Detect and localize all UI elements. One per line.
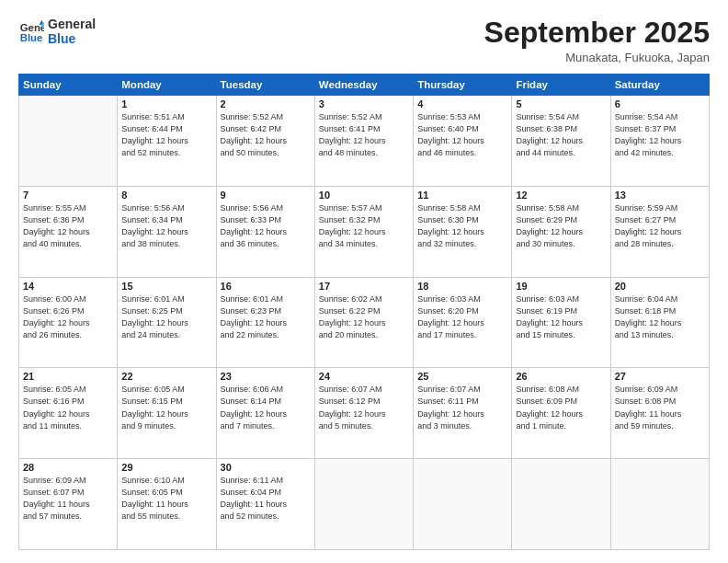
- calendar-cell: 12Sunrise: 5:58 AM Sunset: 6:29 PM Dayli…: [512, 186, 610, 277]
- day-info: Sunrise: 6:11 AM Sunset: 6:04 PM Dayligh…: [221, 475, 311, 523]
- day-number: 1: [121, 98, 211, 109]
- day-number: 30: [221, 462, 311, 473]
- calendar-cell: 29Sunrise: 6:10 AM Sunset: 6:05 PM Dayli…: [118, 459, 216, 550]
- calendar-cell: 18Sunrise: 6:03 AM Sunset: 6:20 PM Dayli…: [414, 277, 512, 368]
- day-info: Sunrise: 5:58 AM Sunset: 6:30 PM Dayligh…: [417, 202, 507, 250]
- day-number: 2: [221, 98, 311, 109]
- calendar-cell: 2Sunrise: 5:52 AM Sunset: 6:42 PM Daylig…: [216, 96, 314, 187]
- day-info: Sunrise: 5:52 AM Sunset: 6:41 PM Dayligh…: [319, 111, 409, 159]
- calendar-cell: [314, 459, 413, 550]
- day-info: Sunrise: 6:09 AM Sunset: 6:07 PM Dayligh…: [23, 475, 113, 523]
- day-number: 26: [516, 371, 606, 382]
- day-number: 24: [319, 371, 409, 382]
- day-number: 10: [319, 190, 409, 201]
- day-info: Sunrise: 6:06 AM Sunset: 6:14 PM Dayligh…: [221, 384, 311, 431]
- col-header-sunday: Sunday: [19, 75, 118, 96]
- day-number: 29: [121, 462, 211, 473]
- calendar-cell: 24Sunrise: 6:07 AM Sunset: 6:12 PM Dayli…: [314, 368, 413, 459]
- day-number: 11: [417, 190, 507, 201]
- day-info: Sunrise: 6:01 AM Sunset: 6:25 PM Dayligh…: [121, 293, 211, 341]
- day-number: 19: [516, 281, 606, 292]
- calendar-cell: 1Sunrise: 5:51 AM Sunset: 6:44 PM Daylig…: [118, 96, 216, 187]
- day-number: 14: [23, 281, 113, 292]
- day-info: Sunrise: 5:52 AM Sunset: 6:42 PM Dayligh…: [221, 111, 311, 159]
- calendar-cell: 4Sunrise: 5:53 AM Sunset: 6:40 PM Daylig…: [414, 96, 512, 187]
- calendar-week-row: 28Sunrise: 6:09 AM Sunset: 6:07 PM Dayli…: [19, 459, 710, 550]
- day-number: 22: [121, 371, 211, 382]
- calendar-week-row: 14Sunrise: 6:00 AM Sunset: 6:26 PM Dayli…: [19, 277, 710, 368]
- logo-general: General: [48, 17, 96, 31]
- logo: General Blue General Blue: [18, 17, 96, 46]
- calendar-cell: 27Sunrise: 6:09 AM Sunset: 6:08 PM Dayli…: [610, 368, 709, 459]
- calendar-cell: 26Sunrise: 6:08 AM Sunset: 6:09 PM Dayli…: [512, 368, 610, 459]
- calendar-cell: 10Sunrise: 5:57 AM Sunset: 6:32 PM Dayli…: [314, 186, 413, 277]
- calendar-cell: 14Sunrise: 6:00 AM Sunset: 6:26 PM Dayli…: [19, 277, 118, 368]
- day-info: Sunrise: 6:09 AM Sunset: 6:08 PM Dayligh…: [615, 384, 705, 431]
- col-header-saturday: Saturday: [610, 75, 709, 96]
- day-info: Sunrise: 6:03 AM Sunset: 6:19 PM Dayligh…: [516, 293, 606, 341]
- calendar-cell: 8Sunrise: 5:56 AM Sunset: 6:34 PM Daylig…: [118, 186, 216, 277]
- page: General Blue General Blue September 2025…: [0, 0, 728, 563]
- calendar-cell: 28Sunrise: 6:09 AM Sunset: 6:07 PM Dayli…: [19, 459, 118, 550]
- calendar-cell: 25Sunrise: 6:07 AM Sunset: 6:11 PM Dayli…: [414, 368, 512, 459]
- day-info: Sunrise: 5:56 AM Sunset: 6:33 PM Dayligh…: [221, 202, 311, 250]
- calendar-week-row: 7Sunrise: 5:55 AM Sunset: 6:36 PM Daylig…: [19, 186, 710, 277]
- calendar-cell: 6Sunrise: 5:54 AM Sunset: 6:37 PM Daylig…: [610, 96, 709, 187]
- logo-icon: General Blue: [18, 18, 44, 44]
- day-number: 25: [417, 371, 507, 382]
- day-info: Sunrise: 5:58 AM Sunset: 6:29 PM Dayligh…: [516, 202, 606, 250]
- day-number: 17: [319, 281, 409, 292]
- day-number: 28: [23, 462, 113, 473]
- day-info: Sunrise: 5:56 AM Sunset: 6:34 PM Dayligh…: [121, 202, 211, 250]
- calendar-cell: 17Sunrise: 6:02 AM Sunset: 6:22 PM Dayli…: [314, 277, 413, 368]
- day-info: Sunrise: 6:05 AM Sunset: 6:15 PM Dayligh…: [121, 384, 211, 431]
- day-info: Sunrise: 6:07 AM Sunset: 6:11 PM Dayligh…: [417, 384, 507, 431]
- col-header-tuesday: Tuesday: [216, 75, 314, 96]
- calendar-cell: 19Sunrise: 6:03 AM Sunset: 6:19 PM Dayli…: [512, 277, 610, 368]
- day-number: 9: [221, 190, 311, 201]
- calendar-cell: [19, 96, 118, 187]
- calendar-cell: 5Sunrise: 5:54 AM Sunset: 6:38 PM Daylig…: [512, 96, 610, 187]
- day-info: Sunrise: 6:03 AM Sunset: 6:20 PM Dayligh…: [417, 293, 507, 341]
- day-info: Sunrise: 6:02 AM Sunset: 6:22 PM Dayligh…: [319, 293, 409, 341]
- day-number: 16: [221, 281, 311, 292]
- location: Munakata, Fukuoka, Japan: [484, 51, 710, 64]
- calendar-cell: [512, 459, 610, 550]
- day-info: Sunrise: 5:57 AM Sunset: 6:32 PM Dayligh…: [319, 202, 409, 250]
- calendar-cell: 9Sunrise: 5:56 AM Sunset: 6:33 PM Daylig…: [216, 186, 314, 277]
- calendar-cell: 7Sunrise: 5:55 AM Sunset: 6:36 PM Daylig…: [19, 186, 118, 277]
- col-header-wednesday: Wednesday: [314, 75, 413, 96]
- calendar-cell: 15Sunrise: 6:01 AM Sunset: 6:25 PM Dayli…: [118, 277, 216, 368]
- day-number: 4: [417, 98, 507, 109]
- day-number: 20: [615, 281, 705, 292]
- day-info: Sunrise: 5:59 AM Sunset: 6:27 PM Dayligh…: [615, 202, 705, 250]
- calendar-cell: [610, 459, 709, 550]
- day-info: Sunrise: 5:54 AM Sunset: 6:37 PM Dayligh…: [615, 111, 705, 159]
- calendar-cell: [414, 459, 512, 550]
- calendar-cell: 13Sunrise: 5:59 AM Sunset: 6:27 PM Dayli…: [610, 186, 709, 277]
- day-number: 7: [23, 190, 113, 201]
- month-title: September 2025: [484, 17, 710, 49]
- day-number: 27: [615, 371, 705, 382]
- calendar-cell: 20Sunrise: 6:04 AM Sunset: 6:18 PM Dayli…: [610, 277, 709, 368]
- calendar-cell: 22Sunrise: 6:05 AM Sunset: 6:15 PM Dayli…: [118, 368, 216, 459]
- day-number: 21: [23, 371, 113, 382]
- day-info: Sunrise: 6:04 AM Sunset: 6:18 PM Dayligh…: [615, 293, 705, 341]
- day-info: Sunrise: 6:01 AM Sunset: 6:23 PM Dayligh…: [221, 293, 311, 341]
- day-number: 18: [417, 281, 507, 292]
- day-number: 8: [121, 190, 211, 201]
- day-info: Sunrise: 6:00 AM Sunset: 6:26 PM Dayligh…: [23, 293, 113, 341]
- day-info: Sunrise: 5:53 AM Sunset: 6:40 PM Dayligh…: [417, 111, 507, 159]
- logo-blue: Blue: [48, 31, 96, 46]
- calendar-cell: 30Sunrise: 6:11 AM Sunset: 6:04 PM Dayli…: [216, 459, 314, 550]
- col-header-monday: Monday: [118, 75, 216, 96]
- col-header-friday: Friday: [512, 75, 610, 96]
- day-number: 12: [516, 190, 606, 201]
- calendar-cell: 11Sunrise: 5:58 AM Sunset: 6:30 PM Dayli…: [414, 186, 512, 277]
- day-info: Sunrise: 5:55 AM Sunset: 6:36 PM Dayligh…: [23, 202, 113, 250]
- calendar-header-row: SundayMondayTuesdayWednesdayThursdayFrid…: [19, 75, 710, 96]
- day-info: Sunrise: 6:08 AM Sunset: 6:09 PM Dayligh…: [516, 384, 606, 431]
- calendar-cell: 21Sunrise: 6:05 AM Sunset: 6:16 PM Dayli…: [19, 368, 118, 459]
- day-info: Sunrise: 6:07 AM Sunset: 6:12 PM Dayligh…: [319, 384, 409, 431]
- day-number: 13: [615, 190, 705, 201]
